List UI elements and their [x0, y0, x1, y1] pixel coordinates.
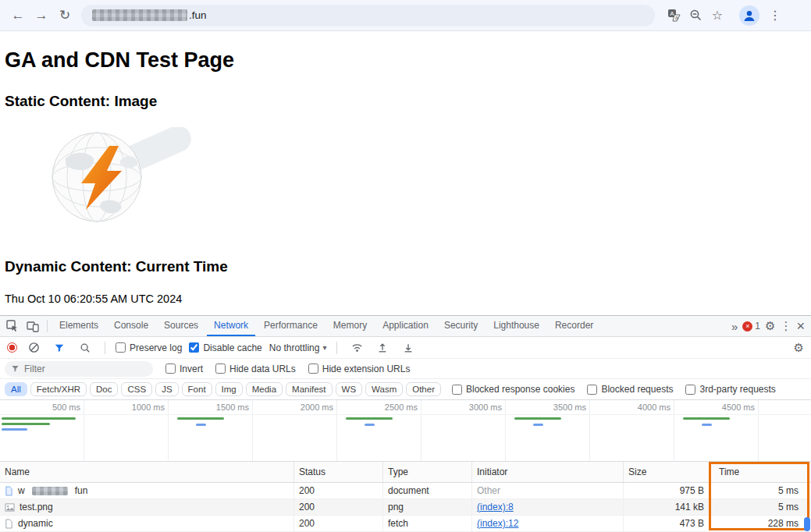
chip-wasm[interactable]: Wasm [365, 382, 403, 396]
blocked-response-cookies-input[interactable] [452, 385, 462, 395]
column-header-initiator[interactable]: Initiator [472, 462, 624, 482]
hide-data-urls-checkbox[interactable]: Hide data URLs [215, 364, 296, 374]
tab-sources[interactable]: Sources [157, 316, 205, 336]
initiator-cell: Other [472, 483, 624, 498]
status-cell: 200 [294, 516, 383, 531]
tab-console[interactable]: Console [107, 316, 155, 336]
tab-lighthouse[interactable]: Lighthouse [486, 316, 546, 336]
tab-security[interactable]: Security [437, 316, 485, 336]
record-button[interactable] [7, 342, 17, 353]
search-icon[interactable] [76, 339, 94, 356]
column-header-name[interactable]: Name [0, 462, 294, 482]
funnel-icon [11, 364, 20, 373]
column-header-status[interactable]: Status [294, 462, 383, 482]
tab-performance[interactable]: Performance [257, 316, 325, 336]
chip-font[interactable]: Font [182, 382, 212, 396]
tab-application[interactable]: Application [375, 316, 436, 336]
browser-menu-icon[interactable]: ⋮ [764, 5, 786, 27]
devtools-close-icon[interactable]: × [796, 318, 805, 335]
zoom-icon[interactable] [685, 5, 706, 27]
waterfall-bar [2, 423, 50, 425]
network-overview-timeline[interactable]: 500 ms 1000 ms 1500 ms 2000 ms 2500 ms 3… [0, 400, 811, 462]
preserve-log-input[interactable] [116, 342, 126, 353]
type-cell: png [383, 499, 472, 515]
waterfall-bar [683, 417, 730, 420]
disable-cache-checkbox[interactable]: Disable cache [189, 342, 261, 353]
chip-fetch-xhr[interactable]: Fetch/XHR [30, 382, 87, 396]
column-header-size[interactable]: Size [624, 462, 711, 482]
waterfall-bars [0, 400, 811, 461]
address-bar[interactable]: .fun [81, 5, 655, 27]
bookmark-star-icon[interactable]: ☆ [706, 5, 728, 27]
waterfall-bar [702, 424, 712, 426]
chip-all[interactable]: All [5, 382, 27, 396]
table-row[interactable]: dynamic 200 fetch (index):12 473 B 228 m… [0, 516, 811, 532]
profile-avatar[interactable] [739, 5, 759, 26]
back-button[interactable]: ← [6, 4, 30, 27]
throttling-select[interactable]: No throttling ▾ [269, 342, 327, 353]
network-settings-gear-icon[interactable]: ⚙ [794, 341, 804, 355]
filter-input[interactable] [24, 364, 133, 374]
chip-js[interactable]: JS [155, 382, 178, 396]
waterfall-bar [196, 424, 206, 426]
disable-cache-input[interactable] [189, 342, 199, 353]
export-har-icon[interactable] [399, 339, 418, 356]
chip-manifest[interactable]: Manifest [286, 382, 332, 396]
divider [47, 320, 48, 332]
hide-extension-urls-input[interactable] [308, 364, 318, 374]
chip-other[interactable]: Other [406, 382, 441, 396]
chip-css[interactable]: CSS [121, 382, 152, 396]
tab-elements[interactable]: Elements [52, 316, 105, 336]
divider [336, 342, 337, 354]
clear-network-log-icon[interactable] [24, 339, 43, 356]
requests-table-body: w fun 200 document Other 975 B 5 ms test… [0, 483, 811, 532]
translate-icon[interactable]: Aa [663, 5, 685, 27]
device-toolbar-icon[interactable] [23, 317, 42, 335]
initiator-link[interactable]: (index):12 [477, 518, 518, 529]
inspect-element-icon[interactable] [3, 317, 22, 335]
preserve-log-checkbox[interactable]: Preserve log [116, 342, 182, 353]
import-har-icon[interactable] [373, 339, 392, 356]
more-tabs-icon[interactable]: » [731, 320, 738, 333]
error-icon: × [742, 321, 752, 332]
hide-extension-urls-checkbox[interactable]: Hide extension URLs [308, 364, 411, 374]
third-party-requests-input[interactable] [685, 385, 695, 395]
reload-button[interactable]: ↻ [53, 4, 76, 27]
initiator-link[interactable]: (index):8 [477, 502, 514, 512]
blocked-requests-input[interactable] [587, 385, 597, 395]
console-error-badge[interactable]: × 1 [742, 321, 760, 332]
devtools-tabbar: Elements Console Sources Network Perform… [0, 316, 811, 337]
invert-checkbox[interactable]: Invert [165, 364, 203, 374]
table-row[interactable]: test.png 200 png (index):8 141 kB 5 ms [0, 499, 811, 516]
chip-img[interactable]: Img [215, 382, 243, 396]
chip-media[interactable]: Media [246, 382, 283, 396]
initiator-cell: (index):12 [472, 516, 624, 531]
tab-memory[interactable]: Memory [326, 316, 374, 336]
filter-funnel-icon[interactable] [50, 339, 69, 356]
chip-doc[interactable]: Doc [90, 382, 118, 396]
blocked-requests-checkbox[interactable]: Blocked requests [587, 384, 673, 395]
scrollbar-thumb[interactable] [804, 517, 810, 531]
type-cell: fetch [383, 516, 472, 531]
hide-data-urls-input[interactable] [215, 364, 226, 374]
tab-network[interactable]: Network [207, 316, 255, 336]
invert-input[interactable] [165, 364, 176, 374]
blocked-response-cookies-checkbox[interactable]: Blocked response cookies [452, 384, 574, 395]
third-party-requests-checkbox[interactable]: 3rd-party requests [685, 384, 775, 395]
table-row[interactable]: w fun 200 document Other 975 B 5 ms [0, 483, 811, 499]
tab-recorder[interactable]: Recorder [548, 316, 600, 336]
column-header-type[interactable]: Type [383, 462, 472, 482]
chip-ws[interactable]: WS [336, 382, 363, 396]
forward-button[interactable]: → [30, 4, 53, 27]
devtools-menu-icon[interactable]: ⋮ [780, 319, 791, 333]
test-image [48, 127, 811, 227]
redacted-name-blur [32, 487, 68, 495]
column-header-time[interactable]: Time [711, 462, 811, 482]
status-cell: 200 [294, 483, 383, 498]
waterfall-bar [533, 424, 543, 426]
network-conditions-icon[interactable] [347, 339, 366, 356]
chevron-down-icon: ▾ [322, 343, 326, 352]
devtools-settings-gear-icon[interactable]: ⚙ [765, 319, 775, 333]
error-count: 1 [755, 321, 760, 332]
filter-input-pill[interactable] [5, 361, 153, 377]
